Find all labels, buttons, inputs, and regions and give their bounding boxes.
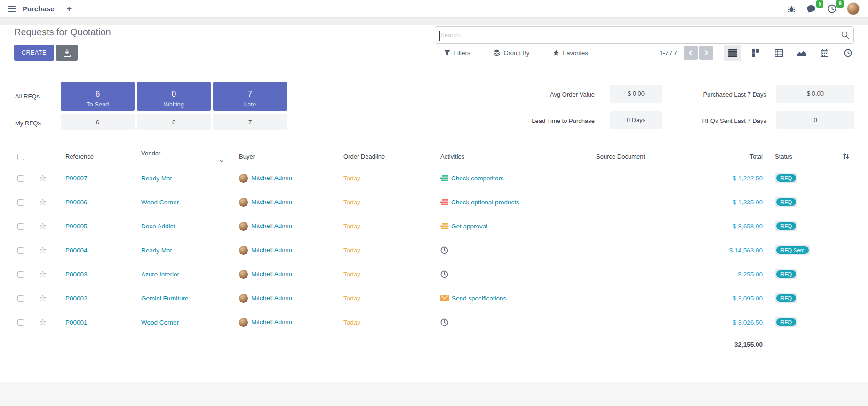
my-late-value[interactable]: 7 [213,114,287,130]
my-to-send-value[interactable]: 6 [61,114,135,130]
column-header-vendor[interactable]: Vendor [131,147,231,166]
table-row[interactable]: ☆P00007Ready MatMitchell AdminTodayCheck… [9,166,859,190]
optional-columns-icon[interactable] [842,152,851,162]
table-row[interactable]: ☆P00004Ready MatMitchell AdminToday$ 14,… [9,238,859,262]
reference-link[interactable]: P00001 [65,319,88,326]
my-waiting-value[interactable]: 0 [137,114,211,130]
activity-clock-icon[interactable] [440,246,448,254]
table-row[interactable]: ☆P00006Wood CornerMitchell AdminTodayChe… [9,190,859,214]
favorite-star-icon[interactable]: ☆ [39,221,46,231]
bottom-strip [0,382,868,406]
table-header-row: Reference Vendor Buyer Order Deadline Ac… [9,147,859,166]
row-checkbox[interactable] [17,319,24,326]
row-checkbox[interactable] [17,199,24,206]
messages-badge: 5 [816,0,823,8]
buyer-link[interactable]: Mitchell Admin [251,318,292,325]
reference-link[interactable]: P00004 [65,247,88,254]
row-checkbox[interactable] [17,295,24,302]
buyer-link[interactable]: Mitchell Admin [251,246,292,253]
buyer-avatar [239,294,248,303]
reference-link[interactable]: P00007 [65,175,88,182]
column-header-activities[interactable]: Activities [433,147,590,166]
activity-tasks-icon[interactable] [440,223,448,230]
late-card[interactable]: 7 Late [213,82,287,111]
create-button[interactable]: CREATE [14,45,54,61]
column-header-total[interactable]: Total [682,147,767,166]
favorites-button[interactable]: Favorites [550,49,590,57]
buyer-link[interactable]: Mitchell Admin [251,174,292,181]
vendor-link[interactable]: Deco Addict [141,223,175,230]
favorite-star-icon[interactable]: ☆ [39,317,46,327]
activity-label[interactable]: Send specifications [452,295,506,302]
activity-view-icon[interactable] [839,45,857,61]
activity-clock-icon[interactable] [440,318,448,326]
column-header-buyer[interactable]: Buyer [231,147,336,166]
buyer-link[interactable]: Mitchell Admin [251,198,292,205]
favorite-star-icon[interactable]: ☆ [39,293,46,303]
row-checkbox[interactable] [17,175,24,182]
export-download-icon[interactable] [56,45,78,61]
buyer-link[interactable]: Mitchell Admin [251,222,292,229]
to-send-card[interactable]: 6 To Send [61,82,135,111]
column-header-status[interactable]: Status [767,147,833,166]
graph-view-icon[interactable] [793,45,811,61]
table-row[interactable]: ☆P00005Deco AddictMitchell AdminTodayGet… [9,214,859,238]
plus-icon[interactable]: + [64,4,75,14]
row-checkbox[interactable] [17,247,24,254]
search-icon[interactable] [841,31,849,41]
user-avatar[interactable] [847,2,860,15]
messages-icon[interactable]: 5 [805,4,817,14]
vendor-link[interactable]: Ready Mat [141,247,172,254]
kanban-view-icon[interactable] [747,45,764,61]
favorite-star-icon[interactable]: ☆ [39,173,46,183]
reference-link[interactable]: P00002 [65,295,88,302]
buyer-link[interactable]: Mitchell Admin [251,294,292,301]
reference-link[interactable]: P00005 [65,223,88,230]
buyer-avatar [239,318,248,327]
activity-tasks-icon[interactable] [440,199,448,206]
reference-link[interactable]: P00006 [65,199,88,206]
activity-tasks-icon[interactable] [440,175,448,182]
favorite-star-icon[interactable]: ☆ [39,245,46,255]
pager-previous-icon[interactable] [684,46,698,60]
table-row[interactable]: ☆P00002Gemini FurnitureMitchell AdminTod… [9,286,859,310]
table-row[interactable]: ☆P00001Wood CornerMitchell AdminToday$ 3… [9,310,859,334]
activity-envelope-icon[interactable] [440,295,449,301]
vendor-link[interactable]: Wood Corner [141,319,179,326]
reference-link[interactable]: P00003 [65,271,88,278]
search-box[interactable] [435,26,854,44]
row-checkbox[interactable] [17,271,24,278]
activities-clock-icon[interactable]: 9 [827,3,837,14]
apps-menu-icon[interactable] [6,3,18,15]
waiting-card[interactable]: 0 Waiting [137,82,211,111]
vendor-link[interactable]: Azure Interior [141,271,179,278]
column-header-source-document[interactable]: Source Document [590,147,682,166]
activity-label[interactable]: Get approval [451,223,487,230]
group-by-button[interactable]: Group By [491,49,532,57]
vendor-link[interactable]: Wood Corner [141,199,179,206]
table-row[interactable]: ☆P00003Azure InteriorMitchell AdminToday… [9,262,859,286]
column-header-order-deadline[interactable]: Order Deadline [336,147,433,166]
debug-bug-icon[interactable] [787,4,796,14]
order-deadline: Today [343,223,360,230]
calendar-view-icon[interactable] [816,45,834,61]
favorite-star-icon[interactable]: ☆ [39,197,46,207]
buyer-link[interactable]: Mitchell Admin [251,270,292,277]
search-input[interactable] [435,27,853,43]
pivot-view-icon[interactable] [770,45,788,61]
column-header-reference[interactable]: Reference [53,147,131,166]
activity-clock-icon[interactable] [440,270,448,278]
activity-label[interactable]: Check competitors [451,175,504,182]
vendor-link[interactable]: Ready Mat [141,175,172,182]
select-all-checkbox[interactable] [17,154,24,160]
pager-next-icon[interactable] [699,46,713,60]
filters-button[interactable]: Filters [441,49,473,57]
app-title[interactable]: Purchase [23,5,55,13]
favorite-star-icon[interactable]: ☆ [39,269,46,279]
activity-label[interactable]: Check optional products [451,199,519,206]
column-resize-divider[interactable] [231,147,231,195]
order-deadline: Today [343,199,360,206]
row-checkbox[interactable] [17,223,24,230]
vendor-link[interactable]: Gemini Furniture [141,295,189,302]
list-view-icon[interactable] [724,45,741,61]
